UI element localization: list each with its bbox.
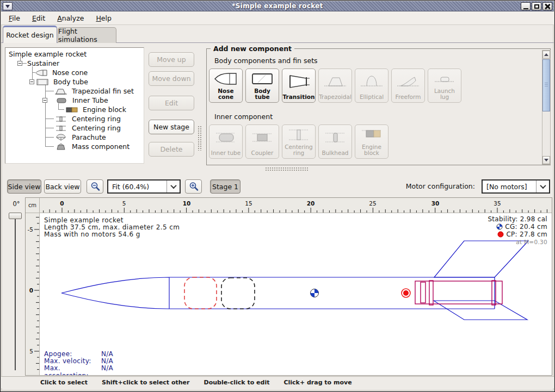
zoom-in-button[interactable] [185, 179, 202, 194]
freeform-fin-icon [392, 69, 424, 94]
rocket-figure-viewport: cm 0 5 10 15 20 25 30 35 -5 0 5 [25, 197, 552, 376]
dropdown-arrow[interactable] [166, 181, 180, 192]
cp-value: CP: 27.8 cm [506, 231, 547, 238]
add-body-tube-button[interactable]: Body tube [245, 69, 279, 103]
parachute-icon [54, 134, 67, 141]
engine-block-icon [65, 106, 78, 114]
ruler-label: 0 [29, 287, 33, 294]
menu-analyze[interactable]: Analyze [55, 13, 86, 23]
menu-edit[interactable]: Edit [30, 13, 47, 23]
add-transition-button[interactable]: Transition [282, 69, 316, 103]
status-bar: Click to select Shift+click to select ot… [1, 376, 554, 388]
menu-file[interactable]: File [7, 13, 22, 23]
hint-click-select: Click to select [40, 379, 88, 386]
add-elliptical-fin-button: Elliptical [355, 69, 388, 103]
collapse-toggle-icon[interactable] [42, 98, 47, 103]
horizontal-splitter-handle[interactable] [265, 167, 309, 172]
new-stage-button[interactable]: New stage [149, 120, 194, 134]
triangle-icon [5, 5, 10, 8]
tree-item-parachute[interactable]: Parachute [5, 133, 144, 142]
window-menu-icon[interactable] [3, 2, 13, 10]
engine-block-icon [355, 125, 388, 144]
scrollbar-thumb[interactable] [542, 59, 550, 111]
tab-flight-simulations[interactable]: Flight simulations [58, 27, 116, 43]
motor-configuration-select[interactable]: [No motors] [482, 179, 550, 194]
body-tube-icon [246, 69, 279, 88]
mass-icon [54, 143, 67, 151]
ruler-label: 5 [29, 348, 33, 354]
ruler-label: 30 [431, 200, 440, 207]
maximize-button[interactable] [532, 2, 541, 10]
add-coupler-button: Coupler [245, 125, 279, 159]
launch-lug-icon [428, 69, 461, 88]
tree-item-nose-cone[interactable]: Nose cone [5, 68, 144, 77]
arrow-up-icon [544, 53, 548, 56]
rotation-slider-track[interactable] [15, 219, 16, 370]
coupler-icon [246, 125, 279, 150]
dropdown-arrow[interactable] [536, 181, 549, 192]
collapse-toggle-icon[interactable] [17, 61, 22, 66]
ruler-label: 5 [122, 200, 126, 207]
tree-item-rocket[interactable]: Simple example rocket [5, 49, 144, 59]
chevron-down-icon [170, 183, 176, 189]
tree-item-mass-component[interactable]: Mass component [5, 142, 144, 151]
mach-condition: at M=0.30 [516, 238, 547, 245]
ruler-label: 20 [307, 200, 315, 207]
back-view-button[interactable]: Back view [44, 179, 81, 194]
maximize-icon [534, 4, 539, 9]
stage-1-toggle[interactable]: Stage 1 [210, 179, 240, 194]
tree-item-body-tube[interactable]: Body tube [5, 77, 144, 86]
scroll-up-button[interactable] [542, 51, 550, 59]
collapse-toggle-icon[interactable] [29, 79, 34, 84]
vertical-splitter-handle[interactable] [198, 126, 202, 151]
zoom-select[interactable]: Fit (60.4%) [107, 179, 181, 194]
stability-info: Stability: 2.98 cal CG: 20.4 cm CP: 27.8… [488, 215, 547, 245]
tree-item-engine-block[interactable]: Engine block [5, 105, 144, 114]
add-launch-lug-button: Launch lug [428, 69, 461, 103]
title-bar[interactable]: *Simple example rocket [1, 1, 554, 11]
rocket-canvas[interactable]: Simple example rocket Length 37.5 cm, ma… [40, 213, 552, 375]
tree-item-centering-ring[interactable]: Centering ring [5, 123, 144, 133]
minimize-button[interactable] [521, 2, 531, 10]
hint-drag: Click+ drag to move [283, 379, 351, 386]
move-down-button: Move down [149, 71, 194, 86]
scroll-down-button[interactable] [542, 156, 550, 164]
rotation-slider-handle[interactable] [9, 213, 22, 219]
centering-ring-icon [282, 125, 315, 144]
component-tree[interactable]: Simple example rocket Sustainer Nose con… [5, 47, 144, 164]
tree-item-fin-set[interactable]: Trapezoidal fin set [5, 86, 144, 96]
bulkhead-icon [319, 125, 351, 150]
menu-bar: File Edit Analyze Help [1, 11, 554, 25]
ruler-label: 25 [369, 200, 376, 207]
ruler-label: 15 [245, 200, 252, 207]
ruler-label: -5 [28, 226, 33, 233]
window-title: *Simple example rocket [1, 2, 554, 10]
motor-configuration-label: Motor configuration: [406, 182, 475, 190]
add-component-title: Add new component [211, 45, 294, 53]
close-button[interactable] [542, 2, 552, 10]
tree-item-inner-tube[interactable]: Inner Tube [5, 96, 144, 105]
delete-button: Delete [149, 142, 194, 157]
side-view-button[interactable]: Side view [7, 179, 41, 194]
add-inner-tube-button: Inner tube [209, 125, 243, 159]
rocket-name: Simple example rocket [44, 216, 124, 224]
cp-legend-icon [497, 231, 504, 238]
horizontal-ruler: 0 5 10 15 20 25 30 35 [40, 198, 552, 213]
add-bulkhead-button: Bulkhead [318, 125, 352, 159]
tree-item-sustainer[interactable]: Sustainer [5, 59, 144, 68]
add-nose-cone-button[interactable]: Nose cone [209, 69, 243, 103]
magnifier-minus-icon [90, 181, 101, 192]
close-icon [545, 4, 550, 9]
trapezoidal-fin-icon [319, 69, 351, 94]
menu-help[interactable]: Help [94, 13, 114, 23]
stability-value: Stability: 2.98 cal [488, 215, 547, 223]
tree-item-centering-ring[interactable]: Centering ring [5, 114, 144, 123]
rocket-mass: Mass with no motors 54.6 g [44, 231, 140, 238]
centering-ring-icon [54, 115, 67, 123]
component-panel-scrollbar[interactable] [542, 50, 551, 165]
tab-rocket-design[interactable]: Rocket design [3, 26, 57, 43]
zoom-out-button[interactable] [87, 179, 103, 194]
cg-marker [311, 289, 319, 297]
minimize-icon [523, 8, 528, 9]
apogee-value: N/A [101, 350, 113, 357]
